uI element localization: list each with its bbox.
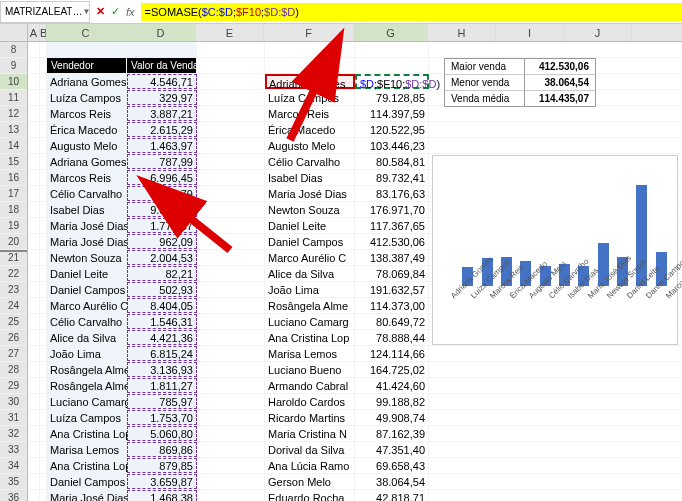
cell[interactable]: Newton Souza	[265, 202, 355, 217]
cell[interactable]	[28, 234, 40, 249]
cell[interactable]: Luíza Campos	[47, 410, 127, 425]
cell[interactable]	[40, 170, 47, 185]
cell[interactable]: 164.725,02	[355, 362, 429, 377]
cell[interactable]	[28, 474, 40, 489]
row-header[interactable]: 28	[0, 362, 27, 378]
cell[interactable]	[28, 202, 40, 217]
cell[interactable]: Dorival da Silva	[265, 442, 355, 457]
fx-icon[interactable]: fx	[126, 6, 135, 18]
cell[interactable]	[197, 90, 265, 105]
cell[interactable]	[28, 218, 40, 233]
cell[interactable]	[40, 362, 47, 377]
cell[interactable]: 38.064,54	[355, 474, 429, 489]
cell[interactable]: Eduardo Rocha	[265, 490, 355, 501]
cell[interactable]: 329,97	[127, 90, 197, 105]
row-header[interactable]: 21	[0, 250, 27, 266]
cell[interactable]: 9.804,85	[127, 202, 197, 217]
cell[interactable]	[28, 154, 40, 169]
cell[interactable]: Érica Macedo	[47, 122, 127, 137]
cell[interactable]: Haroldo Cardos	[265, 394, 355, 409]
cell[interactable]: Newton Souza	[47, 250, 127, 265]
cell[interactable]	[197, 410, 265, 425]
cell[interactable]	[40, 42, 47, 57]
cell[interactable]	[40, 138, 47, 153]
cell[interactable]	[40, 106, 47, 121]
cell[interactable]	[28, 42, 40, 57]
cell[interactable]	[40, 490, 47, 501]
col-header-J[interactable]: J	[564, 24, 632, 41]
cell[interactable]: Marisa Lemos	[47, 442, 127, 457]
row-header[interactable]: 33	[0, 442, 27, 458]
cell[interactable]: Alice da Silva	[265, 266, 355, 281]
row-header[interactable]: 32	[0, 426, 27, 442]
cell[interactable]	[28, 410, 40, 425]
col-header-F[interactable]: F	[264, 24, 354, 41]
cell[interactable]	[28, 426, 40, 441]
cell[interactable]	[197, 490, 265, 501]
cell[interactable]: Marisa Lemos	[265, 346, 355, 361]
cell[interactable]: 787,99	[127, 154, 197, 169]
cell[interactable]	[28, 442, 40, 457]
cell[interactable]	[197, 458, 265, 473]
cell[interactable]: $D;$F10;$D:$D)	[355, 74, 429, 89]
row-header[interactable]: 19	[0, 218, 27, 234]
cell[interactable]	[197, 394, 265, 409]
cell[interactable]	[197, 234, 265, 249]
cell[interactable]: 8.404,05	[127, 298, 197, 313]
cell[interactable]: Daniel Campos	[47, 282, 127, 297]
row-header[interactable]: 23	[0, 282, 27, 298]
cell[interactable]: Adriana Gomes	[47, 154, 127, 169]
cell[interactable]: 42.818,71	[355, 490, 429, 501]
cell[interactable]	[197, 346, 265, 361]
cell[interactable]: Célio Carvalho	[47, 186, 127, 201]
cell[interactable]: Gerson Melo	[265, 474, 355, 489]
cell[interactable]: Maria José Dias	[265, 186, 355, 201]
confirm-icon[interactable]: ✓	[111, 5, 120, 18]
cell[interactable]: Rosângela Alme	[47, 378, 127, 393]
cell[interactable]: 49.908,74	[355, 410, 429, 425]
cell[interactable]	[197, 330, 265, 345]
col-header-A[interactable]: A	[28, 24, 40, 41]
row-header[interactable]: 16	[0, 170, 27, 186]
row-header[interactable]: 22	[0, 266, 27, 282]
cell[interactable]	[40, 154, 47, 169]
cell[interactable]	[28, 298, 40, 313]
cell[interactable]: Ricardo Martins	[265, 410, 355, 425]
cell[interactable]	[28, 122, 40, 137]
cell[interactable]	[40, 378, 47, 393]
select-all-corner[interactable]	[0, 24, 28, 41]
cell[interactable]: 869,86	[127, 442, 197, 457]
cell[interactable]	[197, 298, 265, 313]
row-header[interactable]: 15	[0, 154, 27, 170]
cell[interactable]	[197, 202, 265, 217]
cell[interactable]: 5.060,80	[127, 426, 197, 441]
cell[interactable]: Augusto Melo	[265, 138, 355, 153]
cell[interactable]	[197, 282, 265, 297]
cell[interactable]: 1.463,97	[127, 138, 197, 153]
cell[interactable]	[197, 58, 265, 73]
cell[interactable]: 89.732,41	[355, 170, 429, 185]
cell[interactable]	[197, 170, 265, 185]
cell[interactable]	[40, 298, 47, 313]
cell[interactable]: Daniel Campos	[265, 234, 355, 249]
cell[interactable]	[197, 106, 265, 121]
cell[interactable]: Luciano Camarg	[265, 314, 355, 329]
cell[interactable]	[40, 346, 47, 361]
row-header[interactable]: 12	[0, 106, 27, 122]
cell[interactable]: 83.176,63	[355, 186, 429, 201]
cell[interactable]: 124.114,66	[355, 346, 429, 361]
row-header[interactable]: 34	[0, 458, 27, 474]
cell[interactable]	[40, 122, 47, 137]
cell[interactable]	[197, 154, 265, 169]
cell[interactable]: 785,97	[127, 394, 197, 409]
cell[interactable]: 3.659,87	[127, 474, 197, 489]
cell[interactable]	[40, 410, 47, 425]
row-header[interactable]: 11	[0, 90, 27, 106]
cell[interactable]: 80.584,81	[355, 154, 429, 169]
cell[interactable]	[28, 250, 40, 265]
cell[interactable]	[40, 314, 47, 329]
cell[interactable]: Adriana Gomes	[47, 74, 127, 89]
cell[interactable]: Augusto Melo	[47, 138, 127, 153]
row-header[interactable]: 31	[0, 410, 27, 426]
cell[interactable]: 176.971,70	[355, 202, 429, 217]
